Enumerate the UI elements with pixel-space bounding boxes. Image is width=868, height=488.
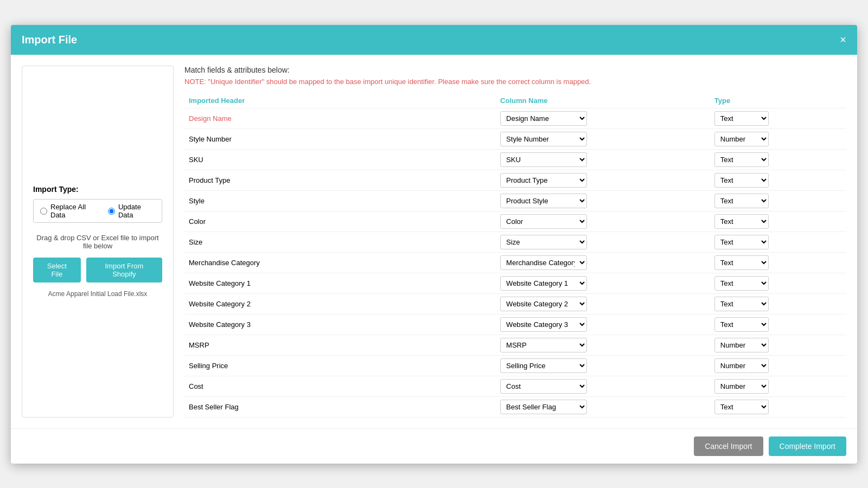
column-select[interactable]: Design NameStyle NumberSKUProduct TypePr… bbox=[500, 338, 587, 352]
close-button[interactable]: × bbox=[840, 34, 846, 45]
table-row: MSRPDesign NameStyle NumberSKUProduct Ty… bbox=[184, 335, 846, 355]
radio-replace-all[interactable] bbox=[40, 208, 47, 215]
table-row: SKUDesign NameStyle NumberSKUProduct Typ… bbox=[184, 149, 846, 170]
column-name-cell: Design NameStyle NumberSKUProduct TypePr… bbox=[496, 376, 710, 396]
type-cell: TextNumberDateBoolean bbox=[710, 149, 846, 170]
modal-body: Import Type: Replace All Data Update Dat… bbox=[11, 55, 857, 428]
import-type-label: Import Type: bbox=[33, 185, 79, 194]
type-cell: TextNumberDateBoolean bbox=[710, 108, 846, 129]
table-row: Merchandise CategoryDesign NameStyle Num… bbox=[184, 252, 846, 273]
note-text: NOTE: "Unique Identifier" should be mapp… bbox=[184, 78, 846, 86]
type-cell: TextNumberDateBoolean bbox=[710, 252, 846, 273]
th-type: Type bbox=[710, 93, 846, 108]
table-row: Website Category 1Design NameStyle Numbe… bbox=[184, 273, 846, 293]
type-select[interactable]: TextNumberDateBoolean bbox=[714, 132, 769, 146]
imported-header-cell: Website Category 2 bbox=[184, 293, 496, 314]
imported-header-cell: SKU bbox=[184, 149, 496, 170]
table-row: ColorDesign NameStyle NumberSKUProduct T… bbox=[184, 211, 846, 232]
type-cell: TextNumberDateBoolean bbox=[710, 396, 846, 417]
column-select[interactable]: Design NameStyle NumberSKUProduct TypePr… bbox=[500, 400, 587, 414]
type-cell: TextNumberDateBoolean bbox=[710, 273, 846, 293]
file-name: Acme Apparel Initial Load File.xlsx bbox=[48, 290, 148, 298]
import-file-modal: Import File × Import Type: Replace All D… bbox=[11, 25, 857, 464]
table-row: StyleDesign NameStyle NumberSKUProduct T… bbox=[184, 190, 846, 211]
column-name-cell: Design NameStyle NumberSKUProduct TypePr… bbox=[496, 314, 710, 335]
column-name-cell: Design NameStyle NumberSKUProduct TypePr… bbox=[496, 232, 710, 252]
type-cell: TextNumberDateBoolean bbox=[710, 293, 846, 314]
table-row: Design NameDesign NameStyle NumberSKUPro… bbox=[184, 108, 846, 129]
th-imported-header: Imported Header bbox=[184, 93, 496, 108]
type-cell: TextNumberDateBoolean bbox=[710, 232, 846, 252]
complete-import-button[interactable]: Complete Import bbox=[769, 436, 846, 456]
imported-header-cell: Selling Price bbox=[184, 355, 496, 376]
column-name-cell: Design NameStyle NumberSKUProduct TypePr… bbox=[496, 355, 710, 376]
modal-header: Import File × bbox=[11, 25, 857, 55]
column-select[interactable]: Design NameStyle NumberSKUProduct TypePr… bbox=[500, 255, 587, 270]
type-select[interactable]: TextNumberDateBoolean bbox=[714, 111, 769, 126]
type-select[interactable]: TextNumberDateBoolean bbox=[714, 297, 769, 311]
type-select[interactable]: TextNumberDateBoolean bbox=[714, 317, 769, 332]
column-name-cell: Design NameStyle NumberSKUProduct TypePr… bbox=[496, 293, 710, 314]
table-row: Website Category 3Design NameStyle Numbe… bbox=[184, 314, 846, 335]
table-row: Website Category 2Design NameStyle Numbe… bbox=[184, 293, 846, 314]
modal-title: Import File bbox=[22, 34, 77, 46]
column-select[interactable]: Design NameStyle NumberSKUProduct TypePr… bbox=[500, 111, 587, 126]
table-row: Selling PriceDesign NameStyle NumberSKUP… bbox=[184, 355, 846, 376]
radio-group: Replace All Data Update Data bbox=[33, 199, 162, 223]
table-row: Best Seller FlagDesign NameStyle NumberS… bbox=[184, 396, 846, 417]
imported-header-cell: Website Category 3 bbox=[184, 314, 496, 335]
column-select[interactable]: Design NameStyle NumberSKUProduct TypePr… bbox=[500, 276, 587, 291]
column-name-cell: Design NameStyle NumberSKUProduct TypePr… bbox=[496, 190, 710, 211]
type-cell: TextNumberDateBoolean bbox=[710, 129, 846, 149]
radio-replace-label[interactable]: Replace All Data bbox=[40, 203, 99, 219]
radio-update-label[interactable]: Update Data bbox=[108, 203, 155, 219]
button-group: Select File Import From Shopify bbox=[33, 258, 162, 282]
column-select[interactable]: Design NameStyle NumberSKUProduct TypePr… bbox=[500, 214, 587, 229]
type-select[interactable]: TextNumberDateBoolean bbox=[714, 194, 769, 208]
column-select[interactable]: Design NameStyle NumberSKUProduct TypePr… bbox=[500, 358, 587, 373]
radio-replace-text: Replace All Data bbox=[50, 203, 99, 219]
type-cell: TextNumberDateBoolean bbox=[710, 211, 846, 232]
radio-update-data[interactable] bbox=[108, 208, 115, 215]
left-panel: Import Type: Replace All Data Update Dat… bbox=[22, 66, 174, 418]
column-name-cell: Design NameStyle NumberSKUProduct TypePr… bbox=[496, 252, 710, 273]
type-select[interactable]: TextNumberDateBoolean bbox=[714, 235, 769, 249]
radio-update-text: Update Data bbox=[118, 203, 155, 219]
type-select[interactable]: TextNumberDateBoolean bbox=[714, 276, 769, 291]
column-select[interactable]: Design NameStyle NumberSKUProduct TypePr… bbox=[500, 132, 587, 146]
column-name-cell: Design NameStyle NumberSKUProduct TypePr… bbox=[496, 129, 710, 149]
type-select[interactable]: TextNumberDateBoolean bbox=[714, 400, 769, 414]
column-select[interactable]: Design NameStyle NumberSKUProduct TypePr… bbox=[500, 152, 587, 167]
imported-header-cell: Cost bbox=[184, 376, 496, 396]
column-name-cell: Design NameStyle NumberSKUProduct TypePr… bbox=[496, 149, 710, 170]
type-select[interactable]: TextNumberDateBoolean bbox=[714, 379, 769, 394]
type-select[interactable]: TextNumberDateBoolean bbox=[714, 255, 769, 270]
column-select[interactable]: Design NameStyle NumberSKUProduct TypePr… bbox=[500, 379, 587, 394]
column-select[interactable]: Design NameStyle NumberSKUProduct TypePr… bbox=[500, 194, 587, 208]
type-select[interactable]: TextNumberDateBoolean bbox=[714, 152, 769, 167]
type-cell: TextNumberDateBoolean bbox=[710, 376, 846, 396]
column-select[interactable]: Design NameStyle NumberSKUProduct TypePr… bbox=[500, 317, 587, 332]
cancel-import-button[interactable]: Cancel Import bbox=[694, 436, 763, 456]
imported-header-cell: MSRP bbox=[184, 335, 496, 355]
type-cell: TextNumberDateBoolean bbox=[710, 355, 846, 376]
modal-footer: Cancel Import Complete Import bbox=[11, 428, 857, 464]
select-file-button[interactable]: Select File bbox=[33, 258, 81, 282]
column-select[interactable]: Design NameStyle NumberSKUProduct TypePr… bbox=[500, 297, 587, 311]
right-panel: Match fields & attributes below: NOTE: "… bbox=[184, 66, 846, 418]
import-shopify-button[interactable]: Import From Shopify bbox=[86, 258, 162, 282]
imported-header-cell: Website Category 1 bbox=[184, 273, 496, 293]
type-cell: TextNumberDateBoolean bbox=[710, 170, 846, 190]
column-select[interactable]: Design NameStyle NumberSKUProduct TypePr… bbox=[500, 235, 587, 249]
type-select[interactable]: TextNumberDateBoolean bbox=[714, 358, 769, 373]
type-select[interactable]: TextNumberDateBoolean bbox=[714, 173, 769, 188]
match-title: Match fields & attributes below: bbox=[184, 66, 846, 74]
type-select[interactable]: TextNumberDateBoolean bbox=[714, 214, 769, 229]
imported-header-cell: Color bbox=[184, 211, 496, 232]
imported-header-cell: Design Name bbox=[184, 108, 496, 129]
column-name-cell: Design NameStyle NumberSKUProduct TypePr… bbox=[496, 273, 710, 293]
column-select[interactable]: Design NameStyle NumberSKUProduct TypePr… bbox=[500, 173, 587, 188]
table-row: Style NumberDesign NameStyle NumberSKUPr… bbox=[184, 129, 846, 149]
type-select[interactable]: TextNumberDateBoolean bbox=[714, 338, 769, 352]
column-name-cell: Design NameStyle NumberSKUProduct TypePr… bbox=[496, 396, 710, 417]
